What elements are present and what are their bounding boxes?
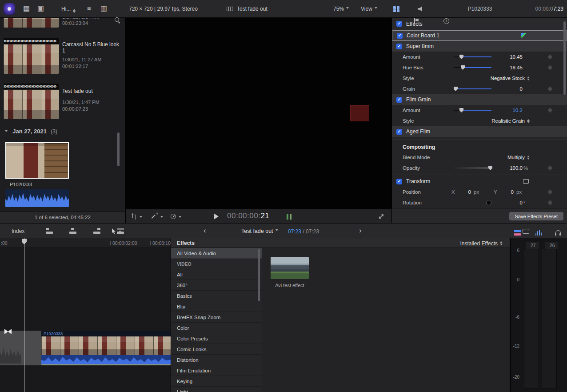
clip-marker-stripe[interactable]	[4, 84, 59, 89]
category-item[interactable]: BretFX Snap Zoom	[171, 312, 262, 323]
film-grain-checkbox[interactable]	[396, 97, 402, 103]
installed-effects-dropdown[interactable]: Installed Effects	[460, 240, 503, 247]
effects-checkbox[interactable]	[396, 21, 402, 27]
blend-mode-select[interactable]: Multiply	[507, 154, 530, 161]
fg-style-select[interactable]: Realistic Grain	[491, 118, 530, 124]
inspector-scrollbar[interactable]	[563, 21, 566, 95]
timeline[interactable]: :00 00:00:02:00 00:00:10 P1020333	[0, 238, 171, 392]
color-board-checkbox[interactable]	[397, 33, 403, 39]
video-inspector-icon[interactable]	[393, 6, 399, 12]
color-board-icon[interactable]	[521, 33, 527, 38]
background-tasks-icon[interactable]	[523, 229, 529, 234]
app-icon[interactable]	[4, 3, 15, 15]
transform-checkbox[interactable]	[396, 179, 402, 184]
insert-edit-icon[interactable]	[69, 228, 78, 235]
category-item[interactable]: Basics	[171, 291, 262, 301]
list-view-icon[interactable]: ≡	[87, 4, 91, 12]
category-item[interactable]: Distortion	[171, 355, 262, 365]
disclosure-triangle-icon[interactable]	[4, 130, 8, 134]
aged-film-section-row[interactable]: Aged Film	[392, 126, 567, 137]
audio-inspector-icon[interactable]	[418, 6, 423, 12]
param-value[interactable]: 10.45	[491, 54, 523, 60]
viewer-canvas[interactable]	[126, 18, 391, 209]
save-effects-preset-button[interactable]: Save Effects Preset	[509, 212, 563, 220]
transform-section-row[interactable]: Transform	[392, 176, 567, 187]
x-value[interactable]: 0	[456, 189, 471, 195]
tool-select-dropdown[interactable]	[111, 228, 121, 236]
category-item[interactable]: All Video & Audio	[171, 248, 262, 259]
super8mm-checkbox[interactable]	[396, 44, 402, 49]
category-item[interactable]: Color	[171, 323, 262, 333]
grain-slider[interactable]	[454, 88, 491, 89]
amount-slider[interactable]	[454, 56, 491, 57]
slider-thumb[interactable]	[459, 55, 463, 59]
media-browser-icon[interactable]: ▣	[37, 4, 44, 12]
param-value[interactable]: 0	[491, 200, 523, 205]
slider-thumb[interactable]	[461, 65, 465, 70]
effects-correction-dropdown[interactable]	[152, 213, 163, 221]
hue-bias-slider[interactable]	[454, 67, 491, 68]
aged-film-checkbox[interactable]	[396, 129, 402, 135]
keyframe-button[interactable]	[547, 54, 552, 59]
gap-clip[interactable]	[0, 331, 41, 365]
keyframe-button[interactable]	[547, 165, 552, 170]
info-inspector-icon[interactable]	[443, 18, 449, 24]
category-item[interactable]: Color Presets	[171, 333, 262, 344]
clip-appearance-icon[interactable]	[514, 230, 521, 236]
clip-marker-stripe[interactable]	[4, 38, 59, 44]
clip-name[interactable]: Test fade out	[62, 88, 122, 94]
next-item-chevron[interactable]: ›	[359, 227, 362, 234]
playhead[interactable]	[24, 238, 24, 392]
browser-scrollbar[interactable]	[117, 132, 120, 166]
audio-level-line[interactable]	[41, 364, 171, 365]
timeline-clip[interactable]: P1020333	[41, 331, 171, 365]
library-popup[interactable]: Hi...	[61, 6, 76, 14]
param-value[interactable]: 100.0	[491, 165, 523, 171]
rotation-dial[interactable]	[486, 200, 491, 205]
category-item[interactable]: Comic Looks	[171, 344, 262, 355]
previous-item-chevron[interactable]: ‹	[204, 227, 206, 234]
filmstrip-view-icon[interactable]: ▥	[100, 4, 107, 12]
slider-thumb[interactable]	[454, 87, 458, 91]
fullscreen-icon[interactable]	[378, 213, 384, 220]
clip-thumbnail[interactable]	[4, 90, 59, 119]
color-board-row[interactable]: Color Board 1	[392, 30, 567, 41]
super8mm-section-row[interactable]: Super 8mm	[392, 41, 567, 52]
y-value[interactable]: 0	[499, 189, 514, 195]
fg-amount-slider[interactable]	[454, 110, 491, 111]
zoom-dropdown[interactable]: 75%	[333, 6, 349, 12]
clip-thumbnail[interactable]	[4, 44, 59, 74]
film-grain-section-row[interactable]: Film Grain	[392, 94, 567, 105]
index-button[interactable]: Index	[12, 228, 24, 234]
play-button[interactable]	[214, 213, 219, 220]
category-item[interactable]: 360°	[171, 280, 262, 291]
keyframe-button[interactable]	[547, 65, 552, 70]
keyframe-button[interactable]	[547, 86, 552, 91]
opacity-slider[interactable]	[449, 168, 491, 168]
audio-meters-icon[interactable]	[535, 230, 542, 236]
param-value[interactable]: 18.45	[491, 65, 523, 70]
connect-edit-icon[interactable]	[45, 228, 54, 235]
search-icon[interactable]	[114, 17, 121, 24]
keyframe-button[interactable]	[547, 108, 552, 112]
category-item[interactable]: Film Emulation	[171, 365, 262, 376]
effects-inspector-icon[interactable]	[414, 18, 419, 24]
param-value-modified[interactable]: 10.2	[491, 108, 523, 113]
keyframe-button[interactable]	[547, 189, 552, 194]
append-edit-icon[interactable]	[93, 228, 102, 235]
category-item[interactable]: Light	[171, 387, 262, 392]
selected-clip-thumbnail[interactable]	[5, 142, 69, 179]
audio-waveform-thumbnail[interactable]	[5, 189, 69, 207]
crop-dropdown[interactable]	[131, 213, 142, 221]
param-value[interactable]: 0	[491, 86, 523, 92]
date-group-header[interactable]: Jan 27, 2021 (3)	[4, 128, 57, 135]
clip-name[interactable]: Carcassi No 5 Blue look 1	[62, 41, 122, 54]
category-item[interactable]: All	[171, 269, 262, 280]
view-dropdown[interactable]: View	[361, 6, 377, 12]
style-select[interactable]: Negative Stock	[491, 75, 530, 82]
category-item[interactable]: Keying	[171, 376, 262, 387]
effects-list-scrollbar[interactable]	[258, 249, 260, 301]
effect-thumbnail[interactable]	[271, 257, 309, 279]
slider-thumb[interactable]	[459, 108, 463, 112]
libraries-sidebar-icon[interactable]: ▦	[23, 4, 30, 12]
